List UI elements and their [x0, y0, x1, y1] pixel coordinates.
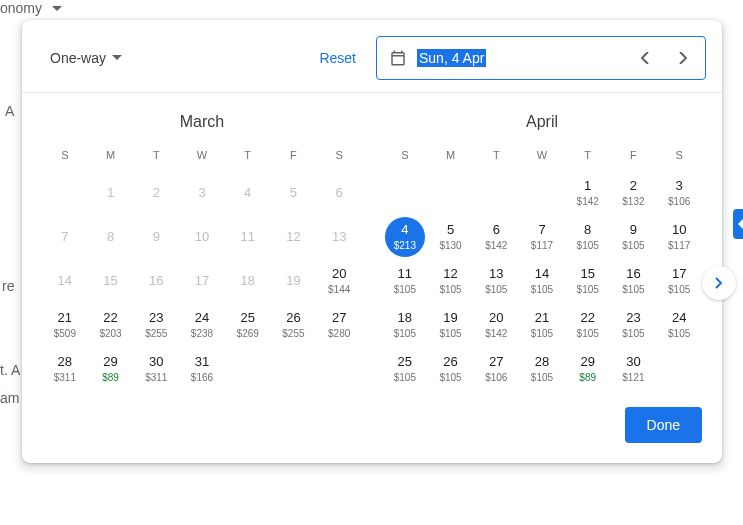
day-number: 24 — [672, 310, 686, 326]
day-number: 8 — [107, 229, 114, 245]
calendar-day[interactable]: 5$130 — [428, 215, 474, 259]
calendar-day[interactable]: 27$106 — [473, 347, 519, 391]
day-price: $238 — [191, 328, 213, 340]
calendar-day[interactable]: 26$255 — [271, 303, 317, 347]
departure-date-input[interactable]: Sun, 4 Apr — [376, 36, 706, 80]
day-number: 19 — [443, 310, 457, 326]
trip-type-label: One-way — [50, 50, 106, 66]
day-number: 3 — [676, 178, 683, 194]
day-price: $117 — [531, 240, 553, 252]
cabin-class-label[interactable]: onomy — [0, 0, 62, 16]
calendar-day: 2 — [133, 171, 179, 215]
trip-type-select[interactable]: One-way — [38, 42, 130, 74]
departure-date-value: Sun, 4 Apr — [417, 49, 486, 67]
calendar-day[interactable]: 25$105 — [382, 347, 428, 391]
calendar-day[interactable]: 31$166 — [179, 347, 225, 391]
calendar-icon — [389, 49, 407, 67]
day-number: 6 — [336, 185, 343, 201]
calendar-day: 12 — [271, 215, 317, 259]
day-number: 9 — [630, 222, 637, 238]
day-of-week-label: T — [133, 143, 179, 171]
calendar-day[interactable]: 12$105 — [428, 259, 474, 303]
day-number: 21 — [58, 310, 72, 326]
chevron-down-icon — [112, 55, 122, 61]
month-title: March — [42, 103, 362, 143]
reset-button[interactable]: Reset — [307, 42, 368, 74]
calendar-day[interactable]: 21$509 — [42, 303, 88, 347]
calendar-day[interactable]: 29$89 — [565, 347, 611, 391]
day-price: $255 — [282, 328, 304, 340]
calendar-day[interactable]: 20$144 — [316, 259, 362, 303]
calendar-months: MarchSMTWTFS1234567891011121314151617181… — [22, 93, 722, 391]
calendar-day[interactable]: 7$117 — [519, 215, 565, 259]
calendar-day[interactable]: 4$213 — [382, 215, 428, 259]
calendar-day[interactable]: 11$105 — [382, 259, 428, 303]
date-next-button[interactable] — [669, 44, 697, 72]
calendar-day[interactable]: 26$105 — [428, 347, 474, 391]
calendar-day[interactable]: 24$105 — [656, 303, 702, 347]
calendar-grid: SMTWTFS1$1422$1323$1064$2135$1306$1427$1… — [382, 143, 702, 391]
calendar-day[interactable]: 25$269 — [225, 303, 271, 347]
day-price: $105 — [668, 284, 690, 296]
day-number: 7 — [61, 229, 68, 245]
calendar-day[interactable]: 22$203 — [88, 303, 134, 347]
calendar-day[interactable]: 28$311 — [42, 347, 88, 391]
date-prev-button[interactable] — [631, 44, 659, 72]
day-price: $105 — [439, 372, 461, 384]
calendar-day[interactable]: 6$142 — [473, 215, 519, 259]
day-price: $105 — [485, 284, 507, 296]
calendar-day: 15 — [88, 259, 134, 303]
calendar-day[interactable]: 16$105 — [611, 259, 657, 303]
day-of-week-label: M — [428, 143, 474, 171]
done-button[interactable]: Done — [625, 407, 702, 443]
day-price: $105 — [394, 372, 416, 384]
day-of-week-label: S — [656, 143, 702, 171]
calendar-day[interactable]: 20$142 — [473, 303, 519, 347]
calendar-day[interactable]: 23$255 — [133, 303, 179, 347]
day-number: 27 — [332, 310, 346, 326]
day-number: 18 — [240, 273, 254, 289]
calendar-day[interactable]: 30$121 — [611, 347, 657, 391]
calendar-day[interactable]: 3$106 — [656, 171, 702, 215]
month-title: April — [382, 103, 702, 143]
calendar-day[interactable]: 18$105 — [382, 303, 428, 347]
day-number: 17 — [672, 266, 686, 282]
calendar-day[interactable]: 14$105 — [519, 259, 565, 303]
calendar-day[interactable]: 17$105 — [656, 259, 702, 303]
day-number: 30 — [149, 354, 163, 370]
day-price: $142 — [485, 240, 507, 252]
calendar-day[interactable]: 13$105 — [473, 259, 519, 303]
day-number: 8 — [584, 222, 591, 238]
day-number: 3 — [198, 185, 205, 201]
calendar-day[interactable]: 1$142 — [565, 171, 611, 215]
day-price: $203 — [99, 328, 121, 340]
side-tab[interactable] — [733, 209, 743, 239]
calendar-day[interactable]: 19$105 — [428, 303, 474, 347]
calendar-day[interactable]: 29$89 — [88, 347, 134, 391]
day-price: $142 — [485, 328, 507, 340]
calendar-day[interactable]: 23$105 — [611, 303, 657, 347]
calendar-day[interactable]: 9$105 — [611, 215, 657, 259]
calendar-day[interactable]: 21$105 — [519, 303, 565, 347]
calendar-day[interactable]: 22$105 — [565, 303, 611, 347]
calendar-day[interactable]: 27$280 — [316, 303, 362, 347]
calendar-day[interactable]: 15$105 — [565, 259, 611, 303]
calendar-day[interactable]: 24$238 — [179, 303, 225, 347]
calendar-day[interactable]: 2$132 — [611, 171, 657, 215]
month-next-button[interactable] — [702, 266, 736, 300]
day-price: $311 — [54, 372, 76, 384]
calendar-grid: SMTWTFS1234567891011121314151617181920$1… — [42, 143, 362, 391]
day-price: $105 — [531, 328, 553, 340]
calendar-day: 4 — [225, 171, 271, 215]
calendar-day[interactable]: 8$105 — [565, 215, 611, 259]
day-price: $105 — [622, 284, 644, 296]
calendar-day[interactable]: 28$105 — [519, 347, 565, 391]
calendar-day: 11 — [225, 215, 271, 259]
calendar-day: 10 — [179, 215, 225, 259]
day-number: 20 — [332, 266, 346, 282]
calendar-day[interactable]: 10$117 — [656, 215, 702, 259]
day-number: 23 — [626, 310, 640, 326]
calendar-day[interactable]: 30$311 — [133, 347, 179, 391]
day-number: 24 — [195, 310, 209, 326]
day-price: $105 — [577, 328, 599, 340]
